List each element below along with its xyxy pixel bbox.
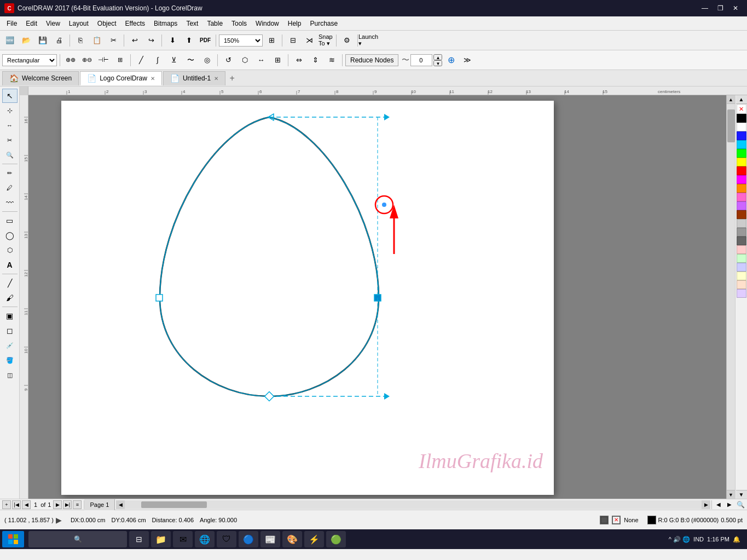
- swatch-white[interactable]: [737, 123, 746, 131]
- tool-paint[interactable]: 🖌: [2, 291, 18, 305]
- nav-next-btn[interactable]: ▶: [725, 500, 734, 509]
- swatch-magenta[interactable]: [737, 175, 746, 184]
- cut-btn[interactable]: ✂: [106, 33, 121, 48]
- cusp-btn[interactable]: ⊻: [166, 53, 182, 67]
- menu-table[interactable]: Table: [202, 18, 227, 29]
- options-btn[interactable]: ⚙: [339, 33, 355, 48]
- tool-zoom[interactable]: 🔍: [2, 148, 18, 162]
- menu-help[interactable]: Help: [283, 18, 306, 29]
- new-btn[interactable]: 🆕: [2, 33, 18, 48]
- page-add-btn[interactable]: +: [2, 500, 11, 509]
- coord-expand[interactable]: ▶: [56, 516, 62, 524]
- swatch-purple[interactable]: [737, 201, 746, 210]
- reflect-v-btn[interactable]: ⇕: [308, 53, 323, 67]
- h-scroll-track[interactable]: [125, 501, 702, 508]
- page-next-btn[interactable]: ▶: [53, 500, 62, 509]
- zoom-combo[interactable]: 150% 100% 200% 75% 50%: [219, 34, 263, 47]
- minimize-button[interactable]: —: [698, 3, 712, 14]
- page-last-btn[interactable]: ▶|: [63, 500, 72, 509]
- restore-button[interactable]: ❐: [713, 3, 727, 14]
- reduce-nodes-button[interactable]: Reduce Nodes: [345, 54, 398, 66]
- horizontal-scrollbar[interactable]: ◀ ▶: [116, 500, 710, 509]
- tool-eyedropper[interactable]: 💉: [2, 338, 18, 353]
- elastic-mode-btn[interactable]: ≋: [324, 53, 339, 67]
- tool-crop[interactable]: ✂: [2, 133, 18, 147]
- tool-pen[interactable]: 🖊: [2, 181, 18, 195]
- menu-object[interactable]: Object: [93, 18, 121, 29]
- scroll-thumb-v[interactable]: [727, 109, 735, 142]
- tool-artistic[interactable]: 〰: [2, 195, 18, 210]
- tool-rectangle[interactable]: ▭: [2, 213, 18, 228]
- snap-to[interactable]: Snap To ▾: [318, 33, 333, 48]
- vertical-scrollbar[interactable]: ▲ ▼: [726, 95, 735, 499]
- shape-type-combo[interactable]: Rectangular Smooth Symmetrical Cusp: [2, 54, 57, 66]
- swatch-lightgreen[interactable]: [737, 254, 746, 263]
- redo-btn[interactable]: ↪: [143, 33, 159, 48]
- swatch-peach[interactable]: [737, 280, 746, 289]
- close-button[interactable]: ✕: [728, 3, 743, 14]
- menu-bitmaps[interactable]: Bitmaps: [149, 18, 182, 29]
- swatch-brown[interactable]: [737, 210, 746, 219]
- swatch-lightyellow[interactable]: [737, 272, 746, 280]
- page-menu-btn[interactable]: ≡: [73, 500, 82, 509]
- canvas-area[interactable]: IlmuGrafika.id: [28, 95, 726, 499]
- add-reduce-btn[interactable]: ⊕: [443, 53, 459, 67]
- swatch-green[interactable]: [737, 149, 746, 158]
- tool-ellipse[interactable]: ◯: [2, 228, 18, 243]
- swatch-orange[interactable]: [737, 184, 746, 193]
- tab-logo-close[interactable]: ✕: [150, 76, 155, 82]
- start-button[interactable]: [2, 531, 24, 547]
- snap-btn[interactable]: ⋊: [302, 33, 317, 48]
- tool-transform[interactable]: ↔: [2, 118, 18, 132]
- swatch-lightpink[interactable]: [737, 245, 746, 254]
- menu-layout[interactable]: Layout: [65, 18, 93, 29]
- open-btn[interactable]: 📂: [19, 33, 34, 48]
- launch-btn[interactable]: Launch ▾: [361, 33, 376, 48]
- menu-text[interactable]: Text: [182, 18, 202, 29]
- no-fill-swatch[interactable]: ✕: [737, 104, 746, 114]
- scroll-up-btn[interactable]: ▲: [727, 95, 736, 104]
- task-search[interactable]: 🔍: [28, 531, 127, 547]
- tab-logo[interactable]: 📄 Logo CorelDraw ✕: [80, 71, 162, 85]
- zoom-to-fit[interactable]: ⊞: [264, 33, 279, 48]
- h-scroll-thumb[interactable]: [141, 501, 207, 508]
- swatch-lightblue[interactable]: [737, 263, 746, 272]
- menu-view[interactable]: View: [42, 18, 65, 29]
- tab-add-button[interactable]: +: [227, 73, 238, 84]
- tool-text[interactable]: A: [2, 258, 18, 272]
- import-btn[interactable]: ⬇: [165, 33, 180, 48]
- paste-btn[interactable]: 📋: [89, 33, 105, 48]
- page-tab[interactable]: Page 1: [84, 499, 115, 510]
- task-app1[interactable]: 🛡: [217, 531, 236, 547]
- tab-untitled-close[interactable]: ✕: [214, 76, 218, 82]
- smooth-btn[interactable]: 〜: [183, 53, 198, 67]
- task-explorer[interactable]: 📁: [151, 531, 171, 547]
- add-node-btn[interactable]: ⊕⊕: [63, 53, 78, 67]
- tool-polygon[interactable]: ⬡: [2, 243, 18, 257]
- task-taskview[interactable]: ⊟: [129, 531, 149, 547]
- tab-welcome[interactable]: 🏠 Welcome Screen: [2, 71, 79, 85]
- tool-node-edit[interactable]: ⊹: [2, 103, 18, 118]
- tool-eraser[interactable]: ◫: [2, 368, 18, 382]
- swatch-lightgray[interactable]: [737, 219, 746, 228]
- close-subpath-btn[interactable]: ⬡: [237, 53, 252, 67]
- print-btn[interactable]: 🖨: [51, 33, 67, 48]
- swatch-yellow[interactable]: [737, 158, 746, 166]
- remove-node-btn[interactable]: ⊕⊖: [79, 53, 95, 67]
- tool-pointer[interactable]: ↖: [2, 89, 18, 103]
- tool-transparency[interactable]: ◻: [2, 324, 18, 338]
- break-nodes-btn[interactable]: ⊞: [112, 53, 128, 67]
- reduce-nodes-input[interactable]: [410, 54, 432, 66]
- task-browser[interactable]: 🌐: [195, 531, 215, 547]
- menu-window[interactable]: Window: [251, 18, 283, 29]
- tool-fill[interactable]: 🪣: [2, 353, 18, 367]
- copy-btn[interactable]: ⎘: [73, 33, 88, 48]
- palette-scroll-up[interactable]: ▲: [736, 95, 747, 104]
- export-btn[interactable]: ⬆: [181, 33, 196, 48]
- tool-freehand[interactable]: ✏: [2, 166, 18, 180]
- grid-btn[interactable]: ⊟: [285, 33, 300, 48]
- tool-line[interactable]: ╱: [2, 276, 18, 290]
- swatch-darkgray[interactable]: [737, 236, 746, 245]
- scroll-track-v[interactable]: [727, 104, 735, 490]
- swatch-gray[interactable]: [737, 228, 746, 236]
